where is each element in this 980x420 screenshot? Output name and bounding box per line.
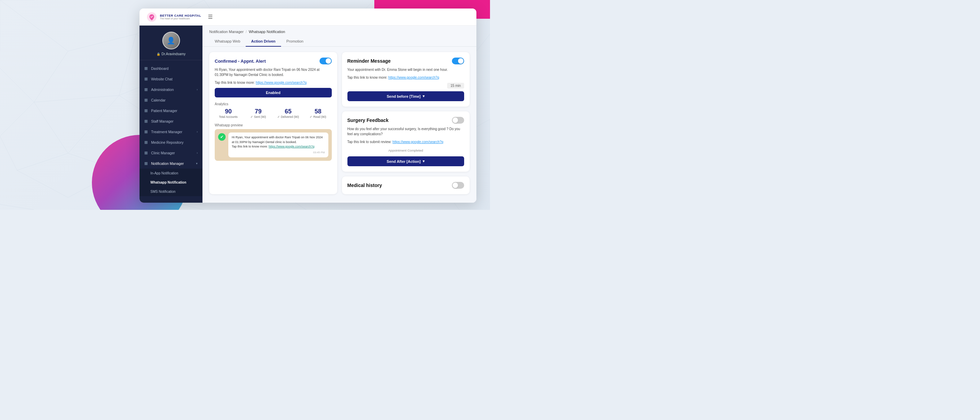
tab-action-driven[interactable]: Action Driven <box>246 37 281 47</box>
svg-line-24 <box>17 170 68 198</box>
profile-name: 🔒 Dr.Aravindsamy <box>156 52 186 56</box>
confirmed-body-text: Hi Ryan, Your appointment with doctor Ra… <box>215 67 332 77</box>
breadcrumb-parent: Notification Manager <box>209 30 243 34</box>
analytics-label: Analytics <box>215 102 332 106</box>
surgery-link[interactable]: https://www.google.com/search?q <box>392 140 443 144</box>
content-area: Confirmed - Appnt. Alert Hi Ryan, Your a… <box>202 47 476 203</box>
analytics-num-total: 90 <box>215 108 242 115</box>
analytics-sub-read: ✓ Read (90) <box>305 115 332 118</box>
surgery-toggle[interactable] <box>452 117 464 124</box>
svg-line-1 <box>34 51 68 102</box>
card-surgery-feedback: Surgery Feedback How do you feel after y… <box>342 112 470 172</box>
analytics-item-read: 58 ✓ Read (90) <box>305 108 332 118</box>
analytics-sub-delivered: ✓ Delivered (90) <box>275 115 302 118</box>
whatsapp-bubble: Hi Ryan, Your appointment with doctor Ra… <box>228 133 328 157</box>
wa-bubble-link-prefix: Tap this link to know more: <box>232 145 269 148</box>
whatsapp-bubble-wrap: ✔ Hi Ryan, Your appointment with doctor … <box>215 129 332 161</box>
sidebar-item-label: Treatment Manager <box>151 130 193 134</box>
confirmed-toggle[interactable] <box>320 57 332 64</box>
calendar-icon: ▦ <box>144 98 148 102</box>
svg-line-0 <box>0 0 68 51</box>
analytics-sub-sent: ✓ Sent (90) <box>245 115 272 118</box>
sidebar-subitem-sms[interactable]: SMS Notification <box>140 187 202 196</box>
tab-promotion[interactable]: Promotion <box>281 37 309 47</box>
wa-bubble-link[interactable]: https://www.google.com/search?q <box>269 145 315 148</box>
profile-name-text: Dr.Aravindsamy <box>162 52 186 56</box>
analytics-item-sent: 79 ✓ Sent (90) <box>245 108 272 118</box>
sidebar-item-notification-manager[interactable]: ▦ Notification Manager ▾ <box>140 158 202 169</box>
chevron-right-icon: › <box>197 151 198 155</box>
sidebar-item-label: Medicine Repository <box>151 141 198 144</box>
sidebar-item-patient-manager[interactable]: ▦ Patient Manager <box>140 105 202 116</box>
svg-line-3 <box>68 34 136 51</box>
chevron-down-icon: ▾ <box>423 94 425 99</box>
main-content: Notification Manager / Whatsapp Notifica… <box>202 26 476 203</box>
patient-manager-icon: ▦ <box>144 108 148 113</box>
tab-whatsapp-web[interactable]: Whatsapp Web <box>209 37 246 47</box>
send-after-button[interactable]: Send After [Action] ▾ <box>347 157 465 166</box>
card-reminder-header: Reminder Message <box>347 57 465 64</box>
app-body: 👤 🔒 Dr.Aravindsamy ▦ Dashboard ▦ Website… <box>140 26 476 203</box>
logo-icon <box>146 11 157 22</box>
staff-manager-icon: ▦ <box>144 119 148 123</box>
logo-subtitle: The heart of your healthcare <box>160 18 201 20</box>
svg-line-10 <box>17 153 68 170</box>
analytics-num-read: 58 <box>305 108 332 115</box>
sidebar-item-website-chat[interactable]: ▦ Website Chat <box>140 73 202 84</box>
avatar-image: 👤 <box>163 32 179 49</box>
card-reminder-message: Reminder Message Your appointment with D… <box>342 52 470 107</box>
medicine-repository-icon: ▦ <box>144 140 148 144</box>
card-confirmed-header: Confirmed - Appnt. Alert <box>215 57 332 64</box>
sidebar-item-label: Notification Manager <box>151 161 192 166</box>
svg-line-4 <box>119 34 136 95</box>
preview-label: Whatsapp preview <box>215 123 332 127</box>
sidebar-subitem-whatsapp[interactable]: Whatsapp Notification <box>140 178 202 187</box>
sidebar-item-medicine-repository[interactable]: ▦ Medicine Repository <box>140 137 202 147</box>
avatar: 👤 <box>162 32 180 50</box>
timer-box: 15 min <box>447 83 464 89</box>
sidebar: 👤 🔒 Dr.Aravindsamy ▦ Dashboard ▦ Website… <box>140 26 202 203</box>
card-medical-header: Medical history <box>347 182 465 189</box>
sidebar-item-label: Patient Manager <box>151 109 198 113</box>
reminder-link[interactable]: https://www.google.com/search?q <box>388 76 439 79</box>
action-completed-label: Appointment Completed <box>347 147 465 153</box>
analytics-item-total: 90 Total Accounts <box>215 108 242 118</box>
sidebar-item-dashboard[interactable]: ▦ Dashboard <box>140 63 202 73</box>
sidebar-item-label: Dashboard <box>151 66 198 70</box>
chevron-right-icon: › <box>197 88 198 91</box>
sidebar-item-clinic-manager[interactable]: ▦ Clinic Manager › <box>140 147 202 158</box>
sidebar-item-label: Calendar <box>151 98 198 102</box>
analytics-section: Analytics 90 Total Accounts 79 ✓ Sent (9… <box>215 102 332 118</box>
sidebar-item-administration[interactable]: ▦ Administration › <box>140 84 202 95</box>
menu-icon[interactable]: ☰ <box>208 14 213 20</box>
logo-title: BETTER CARE HOSPITAL <box>160 14 201 18</box>
medical-toggle[interactable] <box>452 182 464 189</box>
sidebar-subitem-in-app[interactable]: In-App Notification <box>140 169 202 178</box>
breadcrumb-current: Whatsapp Notification <box>249 30 285 34</box>
sidebar-item-label: Administration <box>151 88 193 92</box>
whatsapp-icon: ✔ <box>218 133 226 141</box>
svg-line-2 <box>0 68 34 102</box>
card-medical-title: Medical history <box>347 182 382 188</box>
administration-icon: ▦ <box>144 87 148 92</box>
sidebar-item-treatment-manager[interactable]: ▦ Treatment Manager › <box>140 126 202 137</box>
sidebar-item-staff-manager[interactable]: ▦ Staff Manager <box>140 116 202 126</box>
breadcrumb: Notification Manager / Whatsapp Notifica… <box>202 26 476 37</box>
sidebar-item-label: Staff Manager <box>151 119 198 123</box>
enabled-button[interactable]: Enabled <box>215 88 332 97</box>
analytics-item-delivered: 65 ✓ Delivered (90) <box>275 108 302 118</box>
svg-line-67 <box>0 204 34 210</box>
card-surgery-title: Surgery Feedback <box>347 118 388 123</box>
analytics-num-sent: 79 <box>245 108 272 115</box>
sidebar-item-calendar[interactable]: ▦ Calendar <box>140 95 202 105</box>
card-medical-history: Medical history <box>342 176 470 194</box>
card-reminder-title: Reminder Message <box>347 58 391 64</box>
card-surgery-header: Surgery Feedback <box>347 117 465 124</box>
dashboard-icon: ▦ <box>144 66 148 70</box>
clinic-manager-icon: ▦ <box>144 150 148 155</box>
reminder-toggle[interactable] <box>452 57 464 64</box>
app-window: BETTER CARE HOSPITAL The heart of your h… <box>140 8 476 203</box>
sidebar-profile: 👤 🔒 Dr.Aravindsamy <box>140 26 202 60</box>
confirmed-link[interactable]: https://www.google.com/search?q <box>256 81 307 85</box>
send-before-button[interactable]: Send before [Time] ▾ <box>347 91 465 101</box>
